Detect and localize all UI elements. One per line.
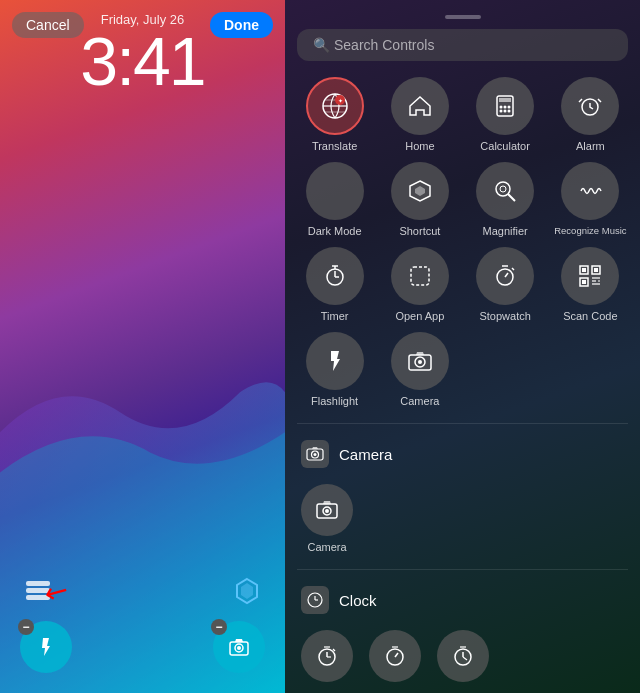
alarm-icon-circle [561,77,619,135]
control-camera-grid[interactable]: Camera [382,332,457,407]
drag-handle [445,15,481,19]
search-bar[interactable]: 🔍 Search Controls [297,29,628,61]
openapp-label: Open App [395,310,444,322]
camera-item-label: Camera [307,541,346,553]
camera-section-item[interactable]: Camera [301,484,353,553]
control-calculator[interactable]: Calculator [468,77,543,152]
shortcut-icon-circle [391,162,449,220]
calculator-icon-circle [476,77,534,135]
clock-section-header: Clock [297,578,628,622]
camera-icon-circle [391,332,449,390]
control-shortcut[interactable]: Shortcut [382,162,457,237]
svg-point-16 [500,110,503,113]
svg-point-22 [496,182,510,196]
shortcut-label: Shortcut [399,225,440,237]
openapp-icon-circle [391,247,449,305]
bottom-controls: − − [0,563,285,693]
clock-item-2-icon [369,630,421,682]
svg-line-32 [505,273,508,277]
svg-point-24 [500,186,506,192]
darkmode-icon-circle [306,162,364,220]
svg-point-53 [325,509,329,513]
control-openapp[interactable]: Open App [382,247,457,322]
home-label: Home [405,140,434,152]
minus-badge-camera: − [211,619,227,635]
recognizemusic-icon-circle [561,162,619,220]
search-placeholder: Search Controls [334,37,434,53]
clock-item-2[interactable] [369,630,421,682]
control-center-panel: 🔍 Search Controls ✦ Translate [285,0,640,693]
clock-section-label: Clock [339,592,377,609]
svg-text:✦: ✦ [337,98,342,104]
bottom-action-row: − − [20,621,265,673]
control-scancode[interactable]: Scan Code [553,247,628,322]
scancode-label: Scan Code [563,310,617,322]
home-icon-circle [391,77,449,135]
stopwatch-label: Stopwatch [479,310,530,322]
camera-section-header: Camera [297,432,628,476]
clock-section-icon [301,586,329,614]
camera-button[interactable]: − [213,621,265,673]
svg-rect-38 [594,268,598,272]
control-translate[interactable]: ✦ Translate [297,77,372,152]
lock-date: Friday, July 26 [0,12,285,27]
camera-section-label: Camera [339,446,392,463]
flashlight-icon-circle [306,332,364,390]
magnifier-icon-circle [476,162,534,220]
svg-rect-36 [582,268,586,272]
translate-icon-circle: ✦ [306,77,364,135]
lock-screen-panel: Cancel Done Friday, July 26 3:41 ↙ [0,0,285,693]
flashlight-button[interactable]: − [20,621,72,673]
clock-section-items [297,630,628,682]
svg-point-15 [508,106,511,109]
magnifier-label: Magnifier [483,225,528,237]
lock-screen-header: Friday, July 26 3:41 [0,0,285,95]
scancode-icon-circle [561,247,619,305]
control-stopwatch[interactable]: Stopwatch [468,247,543,322]
clock-item-1-icon [301,630,353,682]
stopwatch-icon-circle [476,247,534,305]
control-magnifier[interactable]: Magnifier [468,162,543,237]
alarm-label: Alarm [576,140,605,152]
svg-point-50 [314,453,317,456]
svg-line-62 [395,653,398,657]
camera-section-items: Camera [297,484,628,553]
control-home[interactable]: Home [382,77,457,152]
timer-label: Timer [321,310,349,322]
svg-point-7 [237,646,241,650]
svg-marker-21 [415,186,425,196]
divider-1 [297,423,628,424]
svg-line-60 [333,649,335,651]
clock-item-1[interactable] [301,630,353,682]
control-timer[interactable]: Timer [297,247,372,322]
clock-item-3-icon [437,630,489,682]
svg-rect-12 [499,98,511,102]
control-flashlight[interactable]: Flashlight [297,332,372,407]
svg-marker-4 [241,583,253,599]
svg-point-17 [504,110,507,113]
svg-point-18 [508,110,511,113]
control-alarm[interactable]: Alarm [553,77,628,152]
controls-grid: ✦ Translate Home [297,77,628,407]
search-icon: 🔍 [313,37,330,53]
camera-label-grid: Camera [400,395,439,407]
svg-point-14 [504,106,507,109]
svg-point-47 [418,360,422,364]
divider-2 [297,569,628,570]
crystal-icon [229,573,265,609]
svg-line-23 [508,194,515,201]
recognizemusic-label: Recognize Music [554,225,626,236]
svg-line-65 [463,657,467,660]
control-recognizemusic[interactable]: Recognize Music [553,162,628,237]
svg-point-13 [500,106,503,109]
minus-badge-flashlight: − [18,619,34,635]
svg-line-34 [512,268,514,270]
control-darkmode[interactable]: Dark Mode [297,162,372,237]
svg-rect-40 [582,280,586,284]
clock-item-3[interactable] [437,630,489,682]
camera-section-icon [301,440,329,468]
camera-item-icon [301,484,353,536]
calculator-label: Calculator [480,140,530,152]
svg-rect-30 [411,267,429,285]
translate-label: Translate [312,140,357,152]
